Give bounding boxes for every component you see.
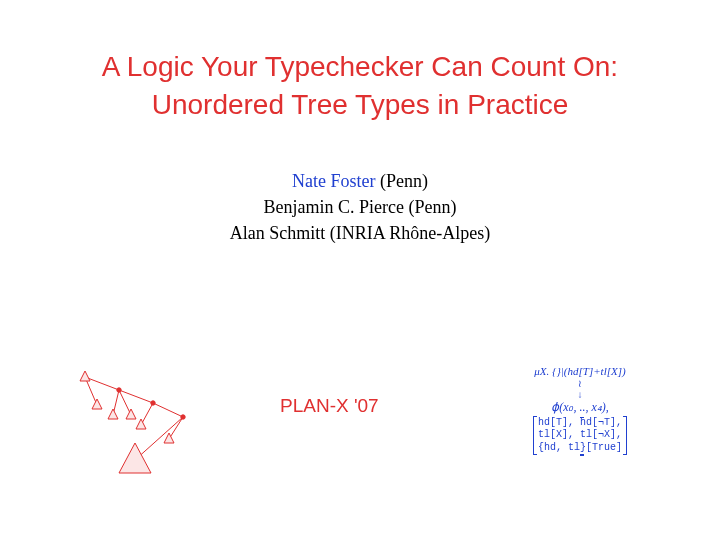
- author-1-affil: (Penn): [375, 171, 428, 191]
- authors: Nate Foster (Penn) Benjamin C. Pierce (P…: [0, 168, 720, 246]
- footer-row: PLAN-X '07 μX. {}|(hd[T]+tl[X]) ≀↓ ϕ(x₀,…: [0, 370, 720, 500]
- formula-phi: ϕ(x₀, .., x₄),: [500, 400, 660, 416]
- formula-m1: hd[T], hd[¬T],: [538, 417, 622, 430]
- formula-arrow: ≀↓: [500, 378, 660, 400]
- slide-title: A Logic Your Typechecker Can Count On: U…: [0, 0, 720, 124]
- author-1: Nate Foster (Penn): [0, 168, 720, 194]
- svg-marker-10: [92, 399, 102, 409]
- svg-marker-14: [164, 433, 174, 443]
- svg-marker-13: [136, 419, 146, 429]
- author-2: Benjamin C. Pierce (Penn): [0, 194, 720, 220]
- svg-point-18: [181, 415, 185, 419]
- venue-label: PLAN-X '07: [280, 395, 379, 417]
- svg-point-16: [117, 388, 121, 392]
- svg-point-17: [151, 401, 155, 405]
- svg-marker-15: [119, 443, 151, 473]
- formula-diagram: μX. {}|(hd[T]+tl[X]) ≀↓ ϕ(x₀, .., x₄), h…: [500, 364, 660, 455]
- tree-diagram: [65, 365, 225, 485]
- author-highlighted: Nate Foster: [292, 171, 375, 191]
- formula-matrix: hd[T], hd[¬T], tl[X], tl[¬X], {hd, tl}[T…: [533, 416, 627, 456]
- svg-marker-12: [126, 409, 136, 419]
- svg-marker-9: [80, 371, 90, 381]
- formula-m2: tl[X], tl[¬X],: [538, 429, 622, 442]
- formula-mu: μX. {}|(hd[T]+tl[X]): [500, 364, 660, 378]
- formula-m3: {hd, tl}[True]: [538, 442, 622, 455]
- title-line-2: Unordered Tree Types in Practice: [0, 86, 720, 124]
- svg-line-6: [153, 403, 183, 417]
- author-3: Alan Schmitt (INRIA Rhône-Alpes): [0, 220, 720, 246]
- title-line-1: A Logic Your Typechecker Can Count On:: [0, 48, 720, 86]
- svg-marker-11: [108, 409, 118, 419]
